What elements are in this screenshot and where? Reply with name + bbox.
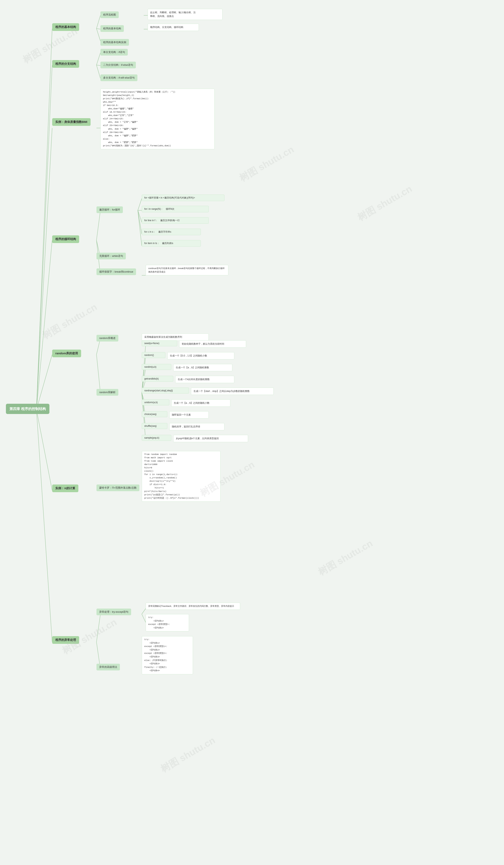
l3-randint: randint(a,b) — [142, 364, 171, 370]
l1-exception: 程序的异常处理 — [52, 636, 79, 644]
l2-for-loop: 遍历循环：for循环 — [96, 206, 123, 213]
code-pi: from random import random from math impo… — [142, 451, 221, 501]
detail-flowchart: 起止框、判断框、处理框、输入/输出框、注释框、流向线、连接点 — [148, 9, 222, 20]
root-node: 第四章 程序的控制结构 — [6, 404, 49, 414]
detail-exception-desc: 异常回溯标记Traceback、异常文件路径、异常发生的代码行数、异常类型、异常… — [146, 603, 240, 610]
l3-for-range: for i in range(N)： 循环N次 — [142, 206, 209, 212]
l1-basic-structure: 程序的基本结构 — [52, 23, 79, 31]
watermark-6: 树图 shutu.cn — [355, 183, 414, 224]
connector-lines — [0, 0, 504, 865]
detail-basic-struct: 顺序结构、分支结构、循环结构 — [148, 24, 199, 31]
l2-random-intro: random库概述 — [96, 335, 118, 342]
l2-advanced-exception: 异常的高级用法 — [96, 664, 120, 670]
l3-random-func: random() — [142, 352, 165, 358]
l3-randrange: randrange(start,stop[,step]) — [142, 388, 189, 393]
detail-getrandbits: 生成一个k比特长度的随机整数 — [175, 376, 234, 383]
l2-break-continue: 循环保留字：break和continue — [96, 268, 136, 275]
detail-choice: 随即返回一个元素 — [169, 411, 209, 418]
svg-line-23 — [138, 210, 142, 246]
svg-line-22 — [138, 210, 142, 234]
svg-line-0 — [36, 28, 52, 410]
l1-pi: 实例：π的计算 — [52, 484, 78, 492]
l3-for-str: for c in s： 遍历字符串s — [142, 229, 201, 235]
detail-random-func: 生成一个【0.0，1.0】之间随机小数 — [167, 352, 234, 359]
svg-line-4 — [36, 355, 52, 410]
l3-seed: seed(a=None) — [142, 340, 177, 346]
detail-uniform: 生成一个【a，b】之间的随机小数 — [171, 400, 230, 407]
l2-while: 无限循环：while语句 — [96, 253, 126, 260]
l3-shuffle: shuffle(seq) — [142, 423, 167, 429]
l2-double-branch: 二为分支结构：if-else语句 — [101, 62, 136, 68]
svg-line-13 — [96, 65, 101, 66]
l3-for-iter: for <循环变量> in <遍历结构(可迭代对象)(序列)> — [142, 195, 224, 201]
l3-for-list: for item in ls： 遍历列表ls — [142, 240, 201, 246]
detail-sample: 从pop中随机选k个元素，以列表类型返回 — [173, 435, 248, 442]
svg-line-12 — [96, 53, 101, 65]
svg-line-21 — [138, 210, 142, 222]
l1-branch: 程序的分支结构 — [52, 60, 79, 68]
svg-line-8 — [96, 28, 101, 29]
l2-basic-struct: 程序的基本结构 — [101, 25, 124, 32]
svg-line-40 — [142, 609, 146, 614]
code-try-except: try: <语句块1> except <异常类型>: <语句块2> — [146, 614, 189, 632]
l3-sample: sample(pop,k) — [142, 435, 171, 441]
l2-flowchart: 程序流程图 — [101, 11, 119, 18]
l3-getrandbits: getrandbits(k) — [142, 376, 173, 382]
svg-line-6 — [36, 410, 52, 642]
detail-random-intro: 采用梅森旋转算法生成为随机数序列 — [142, 333, 209, 341]
svg-line-38 — [96, 614, 101, 642]
detail-randint: 生成一个【a，b】之间随机整数 — [173, 364, 232, 371]
l1-random: random库的使用 — [52, 349, 81, 357]
l2-basic-example: 程序的基本结构实例 — [101, 39, 129, 46]
svg-line-5 — [36, 410, 52, 491]
l2-try-except: 异常处理：try-except语句 — [96, 609, 131, 615]
l2-multi-branch: 多分支结构：if-elif-else语句 — [101, 74, 138, 81]
svg-line-9 — [96, 28, 101, 41]
l1-loop: 程序的循环结构 — [52, 235, 79, 243]
l3-uniform: unidorm(a,b) — [142, 400, 169, 405]
svg-line-3 — [36, 240, 52, 410]
watermark-7: 树图 shutu.cn — [316, 537, 375, 578]
l2-montecarlo: 蒙特卡罗：Π=范围外落点数/总数 — [96, 484, 139, 491]
code-advanced-exception: try: <语句块1> except <异常类型1>: <语句块2> excep… — [142, 636, 193, 674]
detail-seed: 初始化随机数种子，默认为系统当前时间 — [179, 340, 246, 348]
root-label: 第四章 程序的控制结构 — [10, 407, 46, 411]
svg-line-14 — [96, 65, 101, 78]
svg-line-29 — [142, 356, 146, 393]
watermark-3: 树图 shutu.cn — [40, 301, 99, 342]
svg-line-19 — [138, 198, 142, 210]
svg-line-26 — [96, 355, 101, 393]
detail-randrange: 生成一个【start，stop】之间以step为步数的随机整数 — [191, 388, 274, 395]
svg-line-1 — [36, 65, 52, 410]
svg-line-41 — [142, 614, 146, 622]
detail-shuffle: 随机排序，返回打乱后序排 — [169, 423, 224, 430]
svg-line-2 — [36, 128, 52, 410]
l1-bmi: 实例：身体质量指数BMI — [52, 118, 91, 126]
detail-break: continue语句只结束本次循环；break语句结束整个循环过程，不再判断执行… — [146, 265, 228, 275]
watermark-2: 树图 shutu.cn — [237, 143, 296, 185]
watermark-8: 树图 shutu.cn — [159, 734, 218, 775]
l2-random-funcs: random库解析 — [96, 389, 118, 396]
svg-line-16 — [96, 210, 101, 240]
l3-for-file: for line in f： 遍历文件f的每一行 — [142, 217, 209, 224]
l3-choice: choice(seq) — [142, 411, 167, 417]
svg-line-7 — [96, 15, 101, 28]
l2-single-branch: 单分支结构：if语句 — [101, 49, 128, 56]
code-bmi: height,weight=eval(input("请输入身高（米）和体重（公斤… — [101, 89, 214, 149]
